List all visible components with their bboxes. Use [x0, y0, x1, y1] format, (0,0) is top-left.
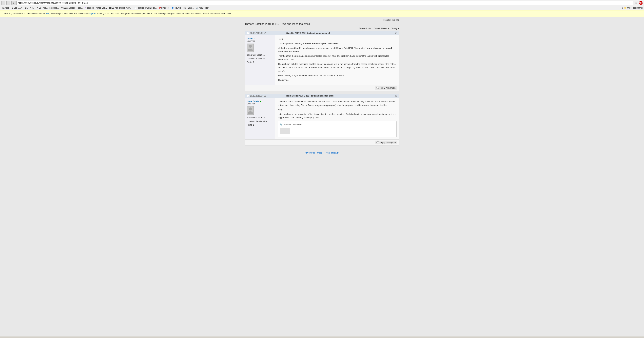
- 3dsmax-icon: ▣: [12, 7, 13, 9]
- bookmark-yahoo[interactable]: Y asandu - Yahoo Gro...: [84, 6, 108, 10]
- attached-thumbnails-label: 📎 Attached Thumbnails: [280, 123, 395, 126]
- svg-point-1: [249, 108, 252, 110]
- thumbnail-image[interactable]: [280, 128, 290, 134]
- post-1-author-name[interactable]: vitalie: [247, 37, 253, 40]
- post-2-line-1: i have the same problem with my toshiba …: [278, 100, 396, 107]
- post-2-body: Heba Salah ● Beginner Join Date: Oct 201…: [245, 98, 399, 140]
- post-1-footer: 💬 Reply With Quote: [245, 85, 399, 91]
- back-button[interactable]: ←: [1, 1, 6, 5]
- post-1-author-avatar: [247, 44, 254, 52]
- post-2-author-col: Heba Salah ● Beginner Join Date: Oct 201…: [245, 98, 275, 140]
- results-line: Results 1 to 2 of 2: [245, 19, 400, 21]
- bookmark-3dsmax[interactable]: ▣ 3ds MAX | HELP in c...: [10, 6, 35, 10]
- thread-title: Thread: Satellite P50T-B-112 - text and …: [245, 22, 400, 26]
- post-2-title: Re: Satellite P50T-B-112 - text and icon…: [286, 95, 395, 97]
- posts-val-2: 1: [253, 124, 254, 126]
- attached-thumbnails-text: Attached Thumbnails: [283, 123, 302, 126]
- bookmarks-overflow-btn[interactable]: »: [622, 6, 623, 10]
- post-1-title: Satellite P50T-B-112 - text and icons to…: [286, 32, 395, 34]
- location-label-2: Location:: [247, 120, 255, 122]
- join-date-label-1: Join Date:: [247, 54, 256, 56]
- bookmark-architecture[interactable]: ★ 25 Free Architecture...: [36, 6, 60, 10]
- bookmark-email[interactable]: ✉ (5112 unread) - pop...: [60, 6, 84, 10]
- pinterest-icon: P: [159, 7, 161, 9]
- post-1-line-1: Hello,: [278, 37, 396, 41]
- search-thread-arrow: ▼: [388, 28, 389, 29]
- post-1-author-col: vitalie ● Beginner Join Date: Oct 2015 L…: [245, 35, 275, 85]
- bookmark-resurse[interactable]: 📄 Resurse gratis 2d de...: [133, 6, 158, 10]
- post-1-checkbox[interactable]: [246, 32, 249, 34]
- post-1-line-3: My laptop is used for 3D modeling and pr…: [278, 46, 396, 54]
- posts-label-1: Posts:: [247, 61, 252, 64]
- results-text: Results 1 to 2 of 2: [383, 19, 400, 21]
- bookmark-mp3[interactable]: 🎵 mp3 cutter: [195, 6, 210, 10]
- post-2-footer: 💬 Reply With Quote: [245, 140, 399, 145]
- post-1-author-online-icon: ●: [254, 38, 255, 40]
- post-2-author-avatar: [247, 106, 254, 115]
- reply-label-1: Reply With Quote: [380, 87, 396, 89]
- paperclip-icon: 📎: [280, 123, 282, 126]
- email-icon: ✉: [61, 7, 63, 9]
- notice-text-before-faq: If this is your first visit, be sure to …: [4, 12, 46, 15]
- register-link[interactable]: register: [90, 12, 96, 15]
- bookmark-resurse-label: Resurse gratis 2d de...: [137, 7, 157, 9]
- yahoo-icon: Y: [85, 7, 86, 9]
- post-1-body: vitalie ● Beginner Join Date: Oct 2015 L…: [245, 35, 399, 85]
- bookmarks-bar: ⊞ Apps ▣ 3ds MAX | HELP in c... ★ 25 Fre…: [0, 6, 644, 10]
- bookmark-apps[interactable]: ⊞ Apps: [1, 6, 10, 10]
- display-btn[interactable]: Display ▼: [391, 27, 399, 30]
- posts-val-1: 1: [253, 61, 254, 64]
- bookmark-3dsmax-label: 3ds MAX | HELP in c...: [14, 7, 34, 9]
- post-2-author-name[interactable]: Heba Salah: [247, 100, 259, 102]
- notice-banner: If this is your first visit, be sure to …: [0, 10, 644, 17]
- notice-text-after-faq: by clicking the link above. You may have…: [50, 12, 90, 15]
- resurse-icon: 📄: [134, 7, 136, 9]
- post-2-reply-btn[interactable]: 💬 Reply With Quote: [375, 140, 397, 144]
- thread-tools-btn[interactable]: Thread Tools ▼: [359, 27, 373, 30]
- faq-link[interactable]: FAQ: [46, 12, 50, 15]
- location-val-1: Bucharest: [256, 58, 265, 60]
- address-bar[interactable]: [16, 1, 633, 5]
- search-thread-btn[interactable]: Search Thread ▼: [374, 27, 389, 30]
- prev-thread-link[interactable]: « Previous Thread: [304, 152, 322, 154]
- post-2-checkbox[interactable]: [246, 95, 249, 97]
- bookmark-pinterest[interactable]: P Pinterest: [158, 6, 170, 10]
- post-1-line-4: I mention that the programs on another l…: [278, 54, 396, 62]
- post-2-header: 19.10.2015, 13:22 Re: Satellite P50T-B-1…: [245, 94, 399, 98]
- join-date-label-2: Join Date:: [247, 116, 256, 119]
- pagination-bar: « Previous Thread | Next Thread »: [245, 148, 400, 158]
- bookmark-howfight-label: How To Fight - Lear...: [174, 7, 194, 9]
- bookmark-architecture-label: 25 Free Architecture...: [39, 7, 59, 9]
- post-1-header: 06.10.2015, 22:41 Satellite P50T-B-112 -…: [245, 31, 399, 35]
- bookmark-email-label: (5112 unread) - pop...: [63, 7, 83, 9]
- bookmark-pinterest-label: Pinterest: [161, 7, 169, 9]
- architecture-icon: ★: [37, 7, 38, 9]
- display-arrow: ▼: [398, 28, 400, 29]
- reply-label-2: Reply With Quote: [380, 141, 396, 144]
- notice-text-after-register: before you can post: click the register …: [96, 12, 232, 15]
- bookmark-yahoo-label: asandu - Yahoo Gro...: [87, 7, 107, 9]
- adblock-badge: ABP: [639, 1, 643, 5]
- post-1-line-5: The problem with the resolution and the …: [278, 62, 396, 73]
- content-area: Results 1 to 2 of 2 Thread: Satellite P5…: [242, 17, 403, 159]
- post-2-line-2: Note:: [278, 108, 396, 112]
- post-1-line-2: I have a problem with my Toshiba Satelli…: [278, 42, 396, 46]
- forward-button[interactable]: →: [6, 1, 10, 5]
- attached-thumbnails-box: 📎 Attached Thumbnails: [278, 121, 396, 138]
- next-thread-link[interactable]: Next Thread »: [326, 152, 340, 154]
- join-date-val-2: Oct 2015: [256, 116, 265, 119]
- post-2-author-rank: Beginner: [247, 102, 273, 105]
- other-bookmarks-label[interactable]: 📁 Other bookmarks: [624, 7, 643, 9]
- post-1-date: 06.10.2015, 22:41: [250, 32, 286, 34]
- post-1-reply-btn[interactable]: 💬 Reply With Quote: [375, 86, 397, 90]
- page-wrapper: If this is your first visit, be sure to …: [0, 10, 644, 336]
- post-1-number: #1: [395, 32, 398, 34]
- refresh-button[interactable]: ↻: [12, 1, 16, 5]
- movies-icon: ⬛: [109, 7, 112, 9]
- reply-icon-1: 💬: [376, 87, 379, 89]
- post-2-content: i have the same problem with my toshiba …: [275, 98, 399, 140]
- location-val-2: Saudi Arabia: [256, 120, 267, 122]
- bookmark-movies[interactable]: ⬛ 12 non-english mov...: [108, 6, 132, 10]
- bookmark-star-icon[interactable]: ☆: [634, 1, 637, 5]
- bookmark-howfight[interactable]: 👤 How To Fight - Lear...: [170, 6, 195, 10]
